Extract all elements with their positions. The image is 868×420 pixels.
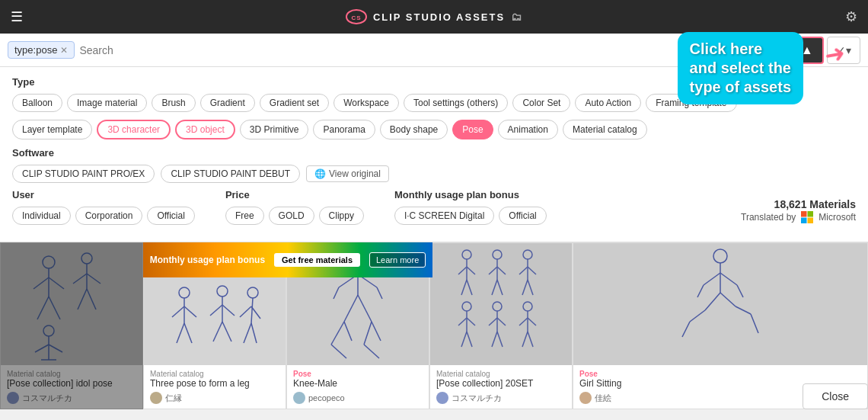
svg-line-35	[222, 322, 231, 341]
software-row: CLIP STUDIO PAINT PRO/EX CLIP STUDIO PAI…	[12, 165, 856, 183]
card-5-author-name: 佳絵	[595, 393, 611, 404]
filter-3d-character[interactable]: 3D character	[97, 120, 171, 139]
filter-gradient-set[interactable]: Gradient set	[260, 94, 329, 112]
card-2-avatar	[150, 392, 162, 404]
monthly-buttons: I·C SCREEN Digital Official	[394, 207, 547, 225]
svg-line-53	[372, 322, 381, 341]
price-section-title: Price	[225, 189, 364, 200]
type-pose-tag[interactable]: type:pose ✕	[8, 41, 75, 59]
filter-body-shape[interactable]: Body shape	[380, 120, 448, 139]
basket-icon[interactable]: 🗂	[511, 11, 522, 23]
card-5-category: Pose	[579, 370, 861, 378]
filter-individual[interactable]: Individual	[12, 207, 71, 225]
card-5-avatar	[579, 392, 592, 404]
close-button[interactable]: Close	[803, 383, 868, 409]
svg-line-27	[184, 306, 196, 317]
results-info: 18,621 Materials Translated by Microsoft	[741, 189, 856, 232]
card-2-author: 仁縁	[150, 392, 279, 404]
card-4-title: [Pose collection] 20SET	[436, 378, 566, 389]
card-2-info: Material catalog Three pose to form a le…	[144, 365, 286, 409]
svg-line-103	[751, 314, 758, 333]
filter-ic-screen[interactable]: I·C SCREEN Digital	[394, 207, 494, 225]
tooltip-overlay: Click here and select the type of assets…	[678, 32, 803, 104]
tooltip-line1: Click here	[690, 40, 791, 59]
monthly-section-title: Monthly usage plan bonus	[394, 189, 547, 200]
svg-line-49	[331, 322, 344, 345]
svg-line-76	[458, 318, 467, 325]
filter-gradient[interactable]: Gradient	[200, 94, 255, 112]
svg-rect-3	[808, 211, 814, 217]
user-buttons: Individual Corporation Official	[12, 207, 195, 225]
software-section-title: Software	[12, 147, 856, 159]
svg-line-100	[682, 322, 690, 337]
svg-line-83	[497, 318, 506, 325]
card-3-category: Pose	[293, 370, 423, 378]
svg-line-51	[358, 295, 372, 322]
svg-line-91	[528, 332, 533, 347]
card-4-author-name: コスマルチカ	[452, 393, 502, 404]
svg-rect-4	[801, 217, 807, 223]
filter-clippy[interactable]: Clippy	[319, 207, 364, 225]
svg-line-54	[331, 345, 346, 358]
filter-color-set[interactable]: Color Set	[512, 94, 570, 112]
svg-line-71	[528, 267, 536, 274]
filter-balloon[interactable]: Balloon	[12, 94, 62, 112]
svg-line-82	[489, 318, 497, 325]
filter-official-monthly[interactable]: Official	[499, 207, 546, 225]
card-2-category: Material catalog	[150, 370, 279, 378]
filter-workspace[interactable]: Workspace	[333, 94, 399, 112]
card-4-image	[430, 243, 572, 365]
svg-line-65	[497, 267, 506, 274]
app-header: ☰ CS CLIP STUDIO ASSETS 🗂 ⚙	[0, 0, 868, 34]
svg-line-47	[377, 287, 382, 299]
svg-line-98	[705, 293, 720, 310]
filter-3d-primitive[interactable]: 3D Primitive	[240, 120, 309, 139]
filter-pose[interactable]: Pose	[452, 120, 493, 139]
filter-3d-object[interactable]: 3D object	[175, 120, 235, 139]
filter-material-catalog[interactable]: Material catalog	[563, 120, 647, 139]
user-section: User Individual Corporation Official	[12, 189, 195, 232]
header-left: ☰	[11, 8, 23, 25]
svg-line-85	[497, 332, 503, 347]
filter-corporation[interactable]: Corporation	[75, 207, 143, 225]
filter-layer-template[interactable]: Layer template	[12, 120, 92, 139]
search-input[interactable]	[79, 44, 761, 56]
svg-line-88	[519, 318, 528, 325]
materials-count: 18,621 Materials	[774, 198, 856, 210]
svg-line-84	[492, 332, 497, 347]
svg-rect-2	[801, 211, 807, 217]
svg-line-60	[461, 280, 467, 295]
banner: Monthly usage plan bonus Get free materi…	[143, 242, 432, 277]
view-original-btn[interactable]: 🌐 View original	[306, 165, 389, 182]
card-3-title: Knee-Male	[293, 378, 423, 389]
svg-line-33	[222, 305, 235, 316]
filter-auto-action[interactable]: Auto Action	[575, 94, 641, 112]
filter-gold[interactable]: GOLD	[269, 207, 314, 225]
svg-line-39	[251, 306, 260, 319]
card-4: Material catalog [Pose collection] 20SET…	[429, 242, 573, 409]
type-buttons-row2: Layer template 3D character 3D object 3D…	[12, 120, 856, 139]
tag-remove-icon[interactable]: ✕	[60, 45, 68, 56]
card-4-info: Material catalog [Pose collection] 20SET…	[430, 365, 572, 409]
filter-image-material[interactable]: Image material	[67, 94, 147, 112]
filter-csp-debut[interactable]: CLIP STUDIO PAINT DEBUT	[161, 165, 300, 183]
filter-animation[interactable]: Animation	[498, 120, 558, 139]
filter-tool-settings[interactable]: Tool settings (others)	[404, 94, 508, 112]
svg-line-78	[461, 332, 467, 347]
svg-line-90	[522, 332, 528, 347]
svg-line-48	[344, 295, 358, 322]
hamburger-icon[interactable]: ☰	[11, 8, 23, 25]
filter-csp-proex[interactable]: CLIP STUDIO PAINT PRO/EX	[12, 165, 155, 183]
svg-line-46	[333, 287, 339, 299]
card-3-info: Pose Knee-Male pecopeco	[287, 365, 429, 409]
filter-official[interactable]: Official	[147, 207, 194, 225]
learn-more-btn[interactable]: Learn more	[369, 252, 426, 268]
view-original-label: View original	[329, 168, 381, 179]
svg-line-95	[720, 273, 737, 285]
get-free-materials-btn[interactable]: Get free materials	[274, 253, 360, 267]
svg-point-80	[493, 302, 502, 311]
filter-panorama[interactable]: Panorama	[313, 120, 375, 139]
gear-icon[interactable]: ⚙	[845, 8, 857, 25]
filter-brush[interactable]: Brush	[152, 94, 195, 112]
filter-free[interactable]: Free	[225, 207, 264, 225]
